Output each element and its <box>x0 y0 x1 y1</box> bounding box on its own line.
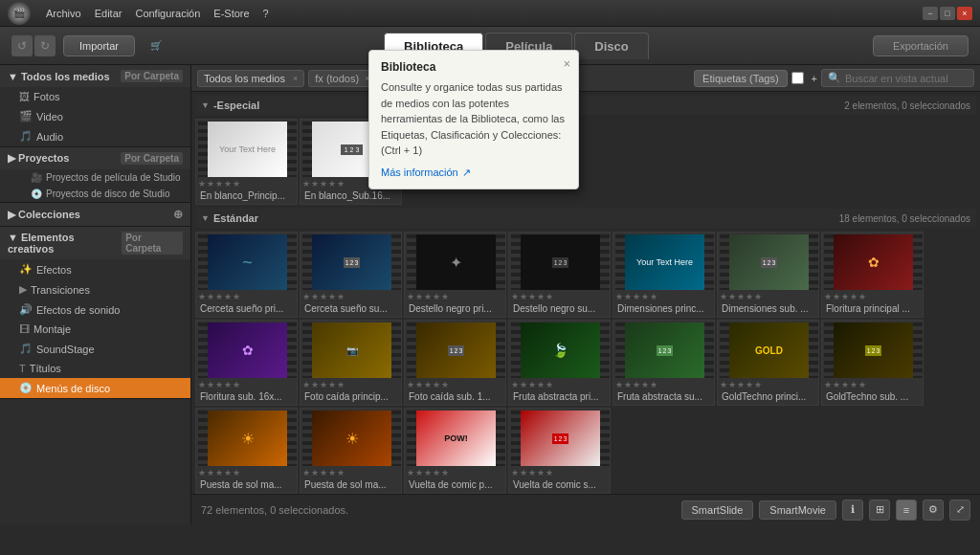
sidebar-item-efectos[interactable]: ✨ Efectos <box>0 259 190 279</box>
star: ★ <box>424 380 432 389</box>
view-list-button[interactable]: ≡ <box>896 500 917 521</box>
list-item[interactable]: 123 ★ ★ ★ ★ ★ Vuelta de comic s... <box>508 408 611 494</box>
tags-checkbox[interactable] <box>791 72 804 84</box>
media-label: Floritura sub. 16x... <box>198 390 295 403</box>
star: ★ <box>233 292 240 301</box>
list-item[interactable]: Your Text Here ★ ★ ★ ★ ★ En blanco_Princ… <box>195 119 298 205</box>
sidebar-item-soundstage[interactable]: 🎵 SoundStage <box>0 339 190 359</box>
sidebar-section-medios-header[interactable]: ▼ Todos los medios Por Carpeta <box>0 65 190 87</box>
list-item[interactable]: ✦ ★ ★ ★ ★ ★ Destello negro pri... <box>404 232 506 318</box>
por-carpeta-proyectos[interactable]: Por Carpeta <box>121 152 183 165</box>
star: ★ <box>215 292 223 301</box>
star: ★ <box>328 179 336 189</box>
star: ★ <box>737 292 745 301</box>
view-expand-button[interactable]: ⤢ <box>949 500 970 521</box>
maximize-button[interactable]: □ <box>940 7 955 20</box>
tags-button[interactable]: Etiquetas (Tags) <box>694 70 787 87</box>
menu-configuracion[interactable]: Configuración <box>129 6 206 21</box>
list-item[interactable]: 123 ★ ★ ★ ★ ★ Foto caída sub. 1... <box>404 320 506 406</box>
sidebar-item-disco-studio[interactable]: 💿 Proyectos de disco de Studio <box>0 186 190 202</box>
close-button[interactable]: × <box>957 7 972 20</box>
star: ★ <box>198 292 206 301</box>
breadcrumb-close[interactable]: × <box>293 74 298 83</box>
media-label: GoldTechno sub. ... <box>824 390 921 403</box>
redo-button[interactable]: ↻ <box>34 35 56 56</box>
menu-archivo[interactable]: Archivo <box>40 6 87 21</box>
por-carpeta-creativos[interactable]: Por Carpeta <box>122 232 183 255</box>
export-button[interactable]: Exportación <box>873 35 969 56</box>
smart-movie-button[interactable]: SmartMovie <box>759 500 836 520</box>
tooltip-close-button[interactable]: × <box>563 56 570 71</box>
sidebar-item-montaje[interactable]: 🎞 Montaje <box>0 320 190 339</box>
tooltip-more-link[interactable]: Más información ↗ <box>381 166 567 179</box>
menu-estore[interactable]: E-Store <box>208 6 255 21</box>
star: ★ <box>528 292 536 301</box>
star: ★ <box>198 179 206 189</box>
list-item[interactable]: ✿ ★ ★ ★ ★ ★ Floritura principal ... <box>821 232 924 318</box>
minimize-button[interactable]: − <box>923 7 938 20</box>
list-item[interactable]: 123 ★ ★ ★ ★ ★ Cerceta sueño su... <box>300 232 402 318</box>
star: ★ <box>207 380 214 389</box>
sidebar-item-transiciones[interactable]: ▶ Transiciones <box>0 279 190 300</box>
list-item[interactable]: 123 ★ ★ ★ ★ ★ Dimensiones sub. ... <box>717 232 819 318</box>
star: ★ <box>546 292 553 301</box>
list-item[interactable]: ☀ ★ ★ ★ ★ ★ Puesta de sol ma... <box>300 408 402 494</box>
section-estandar-header[interactable]: ▼ Estándar 18 elementos, 0 seleccionados <box>195 209 976 228</box>
star: ★ <box>215 179 223 189</box>
star: ★ <box>224 292 232 301</box>
tab-disco[interactable]: Disco <box>574 33 648 59</box>
list-item[interactable]: 123 ★ ★ ★ ★ ★ GoldTechno sub. ... <box>821 320 924 406</box>
sidebar-section-colecciones-header[interactable]: ▶ Colecciones ⊕ <box>0 203 190 226</box>
sidebar-item-audio[interactable]: 🎵 Audio <box>0 126 190 146</box>
sidebar-item-titulos[interactable]: T Títulos <box>0 359 190 378</box>
video-icon: 🎬 <box>19 110 33 122</box>
section-especial-header[interactable]: ▼ -Especial 2 elementos, 0 seleccionados <box>195 96 976 115</box>
list-item[interactable]: 123 ★ ★ ★ ★ ★ Fruta abstracta su... <box>612 320 715 406</box>
sidebar-item-efectos-sonido[interactable]: 🔊 Efectos de sonido <box>0 300 190 320</box>
list-item[interactable]: ✿ ★ ★ ★ ★ ★ Floritura sub. 16x... <box>195 320 298 406</box>
star: ★ <box>302 468 310 477</box>
star: ★ <box>737 380 745 389</box>
star: ★ <box>754 380 762 389</box>
search-input[interactable] <box>845 73 968 84</box>
add-coleccion-icon[interactable]: ⊕ <box>173 208 183 221</box>
add-tag-icon[interactable]: + <box>812 73 817 84</box>
star: ★ <box>337 468 345 477</box>
list-item[interactable]: ☀ ★ ★ ★ ★ ★ Puesta de sol ma... <box>195 408 298 494</box>
list-item[interactable]: POW! ★ ★ ★ ★ ★ Vuelta de comic p... <box>404 408 506 494</box>
smart-slide-button[interactable]: SmartSlide <box>681 500 754 520</box>
menu-editar[interactable]: Editar <box>89 6 128 21</box>
list-item[interactable]: ~ ★ ★ ★ ★ ★ Cerceta sueño pri... <box>195 232 298 318</box>
import-button[interactable]: Importar <box>63 35 135 56</box>
list-item[interactable]: 123 ★ ★ ★ ★ ★ Destello negro su... <box>508 232 611 318</box>
sidebar-section-proyectos-header[interactable]: ▶ Proyectos Por Carpeta <box>0 147 190 169</box>
tooltip-title: Biblioteca <box>381 60 567 74</box>
list-item[interactable]: 📷 ★ ★ ★ ★ ★ Foto caída princip... <box>300 320 402 406</box>
filter-box[interactable]: fx (todos) × <box>308 70 376 87</box>
list-item[interactable]: GOLD ★ ★ ★ ★ ★ GoldTechno princi... <box>717 320 819 406</box>
info-button[interactable]: ℹ <box>842 500 863 521</box>
menu-help[interactable]: ? <box>257 6 275 21</box>
star: ★ <box>233 179 240 189</box>
star: ★ <box>302 292 310 301</box>
media-label: Destello negro su... <box>511 302 608 315</box>
sidebar-section-creativos-header[interactable]: ▼ Elementos creativos Por Carpeta <box>0 227 190 259</box>
view-settings-button[interactable]: ⚙ <box>923 500 944 521</box>
undo-button[interactable]: ↺ <box>11 35 33 56</box>
list-item[interactable]: 🍃 ★ ★ ★ ★ ★ Fruta abstracta pri... <box>508 320 611 406</box>
titulos-icon: T <box>19 363 26 374</box>
list-item[interactable]: Your Text Here ★ ★ ★ ★ ★ Dimensiones pri… <box>612 232 715 318</box>
por-carpeta-medios[interactable]: Por Carpeta <box>121 70 183 82</box>
sidebar-item-fotos[interactable]: 🖼 Fotos <box>0 87 190 106</box>
star: ★ <box>641 292 649 301</box>
breadcrumb-todos[interactable]: Todos los medios × <box>197 70 304 87</box>
sidebar-item-video[interactable]: 🎬 Video <box>0 106 190 126</box>
star: ★ <box>833 292 840 301</box>
view-grid-button[interactable]: ⊞ <box>869 500 890 521</box>
sidebar-item-menus-disco[interactable]: 💿 Menús de disco <box>0 378 190 398</box>
content-toolbar: Todos los medios × fx (todos) × Etiqueta… <box>191 65 980 92</box>
app-logo: 🎬 <box>8 2 31 25</box>
sidebar-item-pelicula-studio[interactable]: 🎥 Proyectos de película de Studio <box>0 169 190 186</box>
cart-icon[interactable]: 🛒 <box>150 40 162 51</box>
star: ★ <box>824 292 832 301</box>
